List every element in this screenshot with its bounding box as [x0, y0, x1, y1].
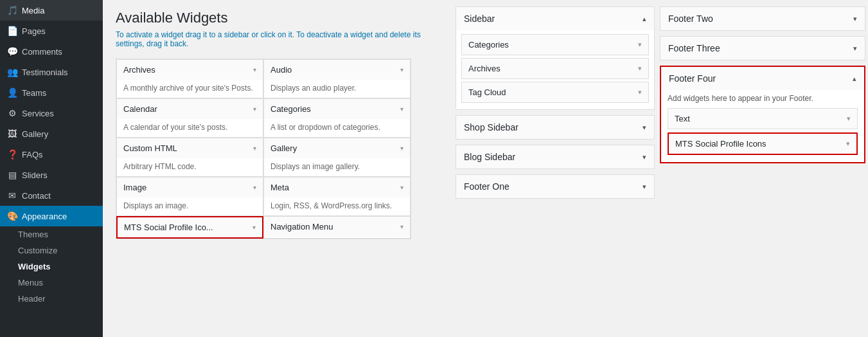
widget-image-desc: Displays an image. — [117, 197, 263, 215]
sidebar-widget-archives: Archives ▾ — [461, 58, 649, 79]
widget-image: Image ▾ Displays an image. — [116, 177, 263, 216]
widget-gallery: Gallery ▾ Displays an image gallery. — [263, 138, 411, 177]
widget-audio-desc: Displays an audio player. — [264, 80, 410, 98]
footer-four-widget-text: Text ▾ — [668, 108, 858, 129]
submenu-menus[interactable]: Menus — [0, 275, 103, 291]
widget-categories-desc: A list or dropdown of categories. — [264, 119, 410, 137]
panel-shop-sidebar-header[interactable]: Shop Sidebar ▾ — [456, 116, 654, 139]
widget-archives-title: Archives — [123, 65, 155, 75]
pages-icon: 📄 — [6, 26, 18, 36]
custom-html-chevron: ▾ — [253, 145, 256, 152]
sliders-icon: ▤ — [6, 170, 18, 180]
sidebar-item-faqs[interactable]: ❓ FAQs — [0, 144, 103, 165]
sidebar-tag-cloud-chevron: ▾ — [638, 88, 642, 96]
widget-mts-social: MTS Social Profile Ico... ▾ — [116, 216, 263, 239]
widget-mts-social-title: MTS Social Profile Ico... — [124, 223, 213, 232]
widget-gallery-desc: Displays an image gallery. — [264, 158, 410, 176]
widget-custom-html: Custom HTML ▾ Arbitrary HTML code. — [116, 138, 263, 177]
footer-four-desc: Add widgets here to appear in your Foote… — [668, 94, 858, 103]
sidebar-item-testimonials[interactable]: 👥 Testimonials — [0, 62, 103, 82]
panel-footer-four-header[interactable]: Footer Four ▴ — [661, 67, 864, 90]
teams-icon: 👤 — [6, 87, 18, 98]
panel-footer-three-header[interactable]: Footer Three ▾ — [660, 37, 865, 60]
panel-footer-two: Footer Two ▾ — [660, 6, 865, 31]
sidebar-categories-chevron: ▾ — [638, 41, 642, 49]
faqs-icon: ❓ — [6, 149, 18, 159]
blog-sidebar-chevron: ▾ — [642, 153, 646, 161]
submenu-header[interactable]: Header — [0, 291, 103, 307]
footer-four-widget-mts-social: MTS Social Profile Icons ▾ — [668, 132, 858, 155]
footer-one-title: Footer One — [464, 181, 509, 192]
sidebar-item-contact[interactable]: ✉ Contact — [0, 185, 103, 206]
panel-footer-four: Footer Four ▴ Add widgets here to appear… — [660, 66, 865, 163]
testimonials-icon: 👥 — [6, 67, 18, 77]
sidebar-tag-cloud-title: Tag Cloud — [468, 87, 506, 97]
widget-meta-desc: Login, RSS, & WordPress.org links. — [264, 197, 410, 215]
page-title: Available Widgets — [116, 10, 438, 26]
sidebar-item-pages[interactable]: 📄 Pages — [0, 21, 103, 41]
sidebar-item-appearance[interactable]: 🎨 Appearance — [0, 206, 103, 226]
sidebar-archives-chevron: ▾ — [638, 64, 642, 73]
widget-meta-title: Meta — [270, 183, 289, 192]
submenu-widgets[interactable]: Widgets — [0, 259, 103, 275]
widget-calendar-desc: A calendar of your site's posts. — [117, 119, 263, 137]
shop-sidebar-title: Shop Sidebar — [464, 122, 518, 132]
sidebar-item-teams[interactable]: 👤 Teams — [0, 82, 103, 103]
sidebar-categories-title: Categories — [468, 40, 509, 50]
panel-footer-three: Footer Three ▾ — [660, 36, 865, 60]
widget-categories: Categories ▾ A list or dropdown of categ… — [263, 98, 411, 138]
blog-sidebar-title: Blog Sidebar — [464, 152, 515, 162]
panel-shop-sidebar: Shop Sidebar ▾ — [456, 115, 655, 140]
footer-four-chevron: ▴ — [853, 75, 856, 83]
archives-chevron: ▾ — [253, 66, 256, 73]
footer-four-text-title: Text — [675, 114, 690, 123]
meta-chevron: ▾ — [400, 184, 403, 191]
sidebar-item-services[interactable]: ⚙ Services — [0, 103, 103, 123]
footer-four-mts-social-chevron: ▾ — [846, 140, 850, 148]
sidebar-archives-title: Archives — [468, 64, 500, 73]
comments-icon: 💬 — [6, 46, 18, 57]
panel-footer-one: Footer One ▾ — [456, 174, 655, 199]
footer-four-mts-social-title: MTS Social Profile Icons — [675, 139, 766, 149]
footer-three-title: Footer Three — [668, 43, 720, 53]
panel-sidebar: Sidebar ▴ Categories ▾ Archives ▾ — [456, 6, 655, 110]
sidebar-item-media[interactable]: 🎵 Media — [0, 0, 103, 21]
calendar-chevron: ▾ — [253, 105, 256, 113]
audio-chevron: ▾ — [400, 66, 403, 73]
panel-sidebar-header[interactable]: Sidebar ▴ — [456, 7, 654, 30]
widget-custom-html-title: Custom HTML — [123, 143, 177, 153]
sidebar-panel-title: Sidebar — [464, 14, 495, 24]
panel-footer-one-header[interactable]: Footer One ▾ — [456, 175, 654, 198]
main-content: Available Widgets To activate a widget d… — [103, 0, 450, 337]
sidebar-widget-categories: Categories ▾ — [461, 34, 649, 55]
footer-two-title: Footer Two — [668, 14, 713, 24]
widget-archives: Archives ▾ A monthly archive of your sit… — [116, 59, 263, 98]
widget-gallery-title: Gallery — [270, 143, 297, 153]
shop-sidebar-chevron: ▾ — [642, 123, 646, 132]
gallery-icon: 🖼 — [6, 129, 18, 139]
panel-footer-two-header[interactable]: Footer Two ▾ — [660, 7, 865, 30]
sidebar-item-sliders[interactable]: ▤ Sliders — [0, 165, 103, 185]
widget-audio-title: Audio — [270, 65, 292, 75]
widget-archives-desc: A monthly archive of your site's Posts. — [117, 80, 263, 98]
submenu-customize[interactable]: Customize — [0, 242, 103, 259]
footer-four-title: Footer Four — [669, 73, 716, 84]
sidebar-widget-tag-cloud: Tag Cloud ▾ — [461, 82, 649, 103]
mts-social-chevron: ▾ — [252, 224, 256, 231]
media-icon: 🎵 — [6, 5, 18, 15]
page-subtitle: To activate a widget drag it to a sideba… — [116, 30, 438, 48]
footer-one-chevron: ▾ — [642, 183, 646, 191]
widget-calendar: Calendar ▾ A calendar of your site's pos… — [116, 98, 263, 138]
footer-two-chevron: ▾ — [853, 15, 857, 23]
sidebar-item-gallery[interactable]: 🖼 Gallery — [0, 123, 103, 144]
contact-icon: ✉ — [6, 190, 18, 201]
widget-categories-title: Categories — [270, 104, 311, 114]
widget-custom-html-desc: Arbitrary HTML code. — [117, 158, 263, 176]
submenu-themes[interactable]: Themes — [0, 226, 103, 242]
widget-calendar-title: Calendar — [123, 104, 157, 114]
admin-sidebar: 🎵 Media 📄 Pages 💬 Comments 👥 Testimonial… — [0, 0, 103, 337]
panel-blog-sidebar-header[interactable]: Blog Sidebar ▾ — [456, 145, 654, 168]
footer-four-text-chevron: ▾ — [847, 114, 851, 123]
sidebar-item-comments[interactable]: 💬 Comments — [0, 41, 103, 62]
categories-chevron: ▾ — [400, 105, 403, 113]
